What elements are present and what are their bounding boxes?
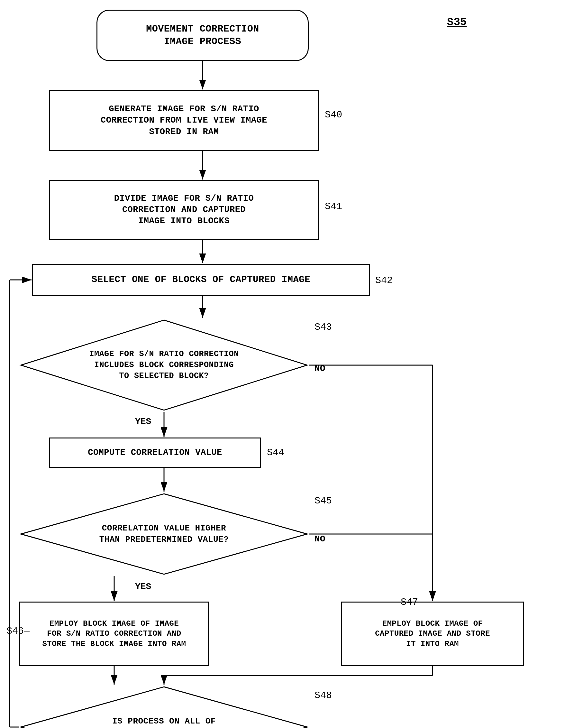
s41-label: S41	[325, 201, 342, 212]
s35-label: S35	[447, 16, 467, 28]
s40-shape: GENERATE IMAGE FOR S/N RATIO CORRECTION …	[49, 90, 319, 151]
s46-label: S46—	[6, 626, 30, 636]
start-text: MOVEMENT CORRECTION IMAGE PROCESS	[146, 23, 259, 48]
s41-shape: DIVIDE IMAGE FOR S/N RATIO CORRECTION AN…	[49, 180, 319, 240]
s43-shape: IMAGE FOR S/N RATIO CORRECTIONINCLUDES B…	[19, 318, 309, 412]
s48-text: IS PROCESS ON ALL OFBLOCKS FINISHED?	[59, 712, 268, 728]
s45-no-label: NO	[315, 534, 325, 544]
s40-text: GENERATE IMAGE FOR S/N RATIO CORRECTION …	[101, 104, 267, 137]
s47-label: S47	[401, 597, 418, 608]
s46-shape: EMPLOY BLOCK IMAGE OF IMAGE FOR S/N RATI…	[19, 602, 209, 666]
s44-shape: COMPUTE CORRELATION VALUE	[49, 438, 261, 468]
s47-shape: EMPLOY BLOCK IMAGE OF CAPTURED IMAGE AND…	[341, 602, 524, 666]
s44-text: COMPUTE CORRELATION VALUE	[88, 447, 222, 459]
s40-label: S40	[325, 109, 342, 120]
s48-label: S48	[315, 690, 332, 701]
s44-label: S44	[267, 447, 284, 458]
s43-yes-label: YES	[135, 417, 151, 426]
start-shape: MOVEMENT CORRECTION IMAGE PROCESS	[97, 10, 309, 61]
s43-no-label: NO	[315, 364, 325, 373]
flowchart-container: S35 MOVEMENT CORRECTION IMAGE PROCESS GE…	[0, 0, 584, 728]
s42-text: SELECT ONE OF BLOCKS OF CAPTURED IMAGE	[92, 274, 310, 286]
s41-text: DIVIDE IMAGE FOR S/N RATIO CORRECTION AN…	[114, 193, 254, 227]
s45-label: S45	[315, 495, 332, 506]
s42-label: S42	[375, 275, 393, 286]
s46-text: EMPLOY BLOCK IMAGE OF IMAGE FOR S/N RATI…	[42, 619, 186, 649]
s45-shape: CORRELATION VALUE HIGHERTHAN PREDETERMIN…	[19, 492, 309, 576]
s47-text: EMPLOY BLOCK IMAGE OF CAPTURED IMAGE AND…	[375, 619, 490, 649]
s42-shape: SELECT ONE OF BLOCKS OF CAPTURED IMAGE	[32, 264, 370, 296]
s43-text: IMAGE FOR S/N RATIO CORRECTIONINCLUDES B…	[51, 345, 276, 384]
s43-label: S43	[315, 322, 332, 333]
s45-yes-label: YES	[135, 582, 151, 592]
s48-shape: IS PROCESS ON ALL OFBLOCKS FINISHED?	[19, 685, 309, 728]
s45-text: CORRELATION VALUE HIGHERTHAN PREDETERMIN…	[55, 520, 273, 548]
